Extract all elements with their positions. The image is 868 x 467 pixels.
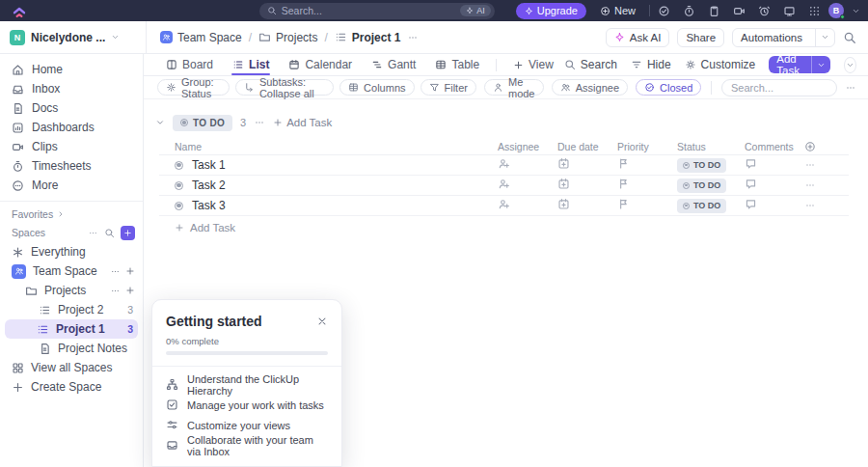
tab-list[interactable]: List [224, 54, 278, 75]
sidebar-item-team-space[interactable]: Team Space [0, 261, 143, 281]
add-space-button[interactable] [121, 226, 135, 240]
more-icon[interactable] [110, 286, 121, 296]
sidebar-item-project-2[interactable]: Project 2 3 [0, 300, 143, 319]
tab-gantt[interactable]: Gantt [363, 54, 424, 75]
column-priority[interactable]: Priority [617, 141, 677, 152]
new-button[interactable]: New [594, 5, 641, 16]
table-row[interactable]: Task 2 TO DO [159, 176, 849, 196]
tab-board[interactable]: Board [157, 54, 222, 75]
todo-check-icon[interactable] [658, 5, 670, 17]
row-menu[interactable] [804, 159, 849, 171]
due-date-cell[interactable] [557, 178, 617, 193]
automations-dropdown[interactable] [815, 29, 834, 46]
collapse-group-icon[interactable] [155, 118, 165, 127]
more-icon[interactable] [88, 228, 98, 238]
due-date-cell[interactable] [557, 157, 617, 173]
more-icon[interactable] [845, 82, 856, 94]
task-name[interactable]: Task 3 [192, 199, 226, 212]
column-name[interactable]: Name [159, 141, 498, 152]
sidebar-item-project-1[interactable]: Project 1 3 [5, 319, 138, 339]
sidebar-item-project-notes[interactable]: Project Notes [0, 339, 143, 358]
column-due-date[interactable]: Due date [557, 141, 617, 152]
search-icon[interactable] [104, 228, 115, 238]
more-icon[interactable] [110, 266, 121, 277]
due-date-cell[interactable] [557, 198, 617, 213]
priority-cell[interactable] [617, 157, 677, 173]
user-avatar[interactable]: B [828, 3, 844, 18]
priority-cell[interactable] [617, 178, 677, 193]
table-row[interactable]: Task 1 TO DO [159, 155, 849, 176]
sidebar-item-docs[interactable]: Docs [0, 98, 143, 118]
onboarding-item-inbox[interactable]: Collaborate with your team via Inbox [166, 435, 328, 455]
group-add-task-button[interactable]: Add Task [273, 117, 332, 128]
automations-main[interactable]: Automations [733, 29, 810, 46]
clipboard-icon[interactable] [708, 5, 720, 17]
screen-share-icon[interactable] [783, 5, 796, 17]
collapse-header-button[interactable] [844, 57, 856, 73]
search-in-view-button[interactable]: Search [564, 58, 617, 71]
close-icon[interactable] [316, 316, 328, 327]
ask-ai-button[interactable]: Ask AI [606, 28, 670, 47]
ai-badge[interactable]: AI [460, 5, 491, 16]
add-view-button[interactable]: View [504, 54, 562, 75]
upgrade-button[interactable]: Upgrade [516, 3, 586, 19]
closed-pill[interactable]: Closed [636, 79, 701, 96]
todo-status-icon[interactable] [175, 181, 183, 190]
onboarding-item-views[interactable]: Customize your views [166, 415, 328, 435]
favorites-section[interactable]: Favorites [0, 206, 143, 223]
row-menu[interactable] [804, 200, 849, 211]
sidebar-item-projects-folder[interactable]: Projects [0, 281, 143, 300]
me-mode-pill[interactable]: Me mode [484, 79, 544, 96]
chevron-down-icon[interactable] [852, 7, 860, 15]
plus-icon[interactable] [125, 266, 135, 276]
assignee-cell[interactable] [498, 198, 557, 213]
more-icon[interactable] [254, 117, 265, 128]
column-assignee[interactable]: Assignee [498, 141, 557, 152]
workspace-switcher[interactable]: N Nicelydone ... [0, 21, 147, 53]
global-search[interactable]: Search... AI [259, 3, 495, 19]
breadcrumb-project-1[interactable]: Project 1 [335, 31, 401, 44]
row-menu[interactable] [804, 179, 849, 191]
comments-cell[interactable] [745, 157, 804, 173]
sidebar-item-home[interactable]: Home [0, 60, 143, 79]
column-status[interactable]: Status [677, 141, 745, 152]
table-row[interactable]: Task 3 TO DO [159, 196, 849, 216]
sidebar-item-timesheets[interactable]: Timesheets [0, 156, 143, 176]
add-task-dropdown[interactable] [811, 56, 830, 73]
task-name[interactable]: Task 1 [192, 158, 226, 172]
sidebar-item-more[interactable]: More [0, 176, 143, 195]
comments-cell[interactable] [745, 178, 804, 193]
priority-cell[interactable] [617, 198, 677, 213]
todo-status-icon[interactable] [175, 202, 183, 210]
list-search-input[interactable] [721, 79, 837, 96]
hide-button[interactable]: Hide [631, 58, 671, 71]
subtasks-pill[interactable]: Subtasks: Collapse all [235, 79, 334, 96]
add-column-button[interactable] [804, 141, 849, 152]
share-button[interactable]: Share [677, 28, 724, 47]
tab-table[interactable]: Table [426, 54, 488, 75]
search-icon[interactable] [843, 31, 856, 44]
add-task-row[interactable]: Add Task [175, 216, 868, 239]
filter-pill[interactable]: Filter [420, 79, 476, 96]
comments-cell[interactable] [745, 198, 804, 213]
apps-grid-icon[interactable] [808, 5, 821, 17]
sidebar-item-dashboards[interactable]: Dashboards [0, 118, 143, 137]
sidebar-item-clips[interactable]: Clips [0, 137, 143, 156]
sidebar-item-create-space[interactable]: Create Space [0, 377, 143, 397]
breadcrumb-projects[interactable]: Projects [258, 31, 317, 44]
status-cell[interactable]: TO DO [677, 179, 745, 193]
timer-icon[interactable] [683, 5, 695, 17]
sidebar-item-everything[interactable]: Everything [0, 242, 143, 261]
onboarding-item-hierarchy[interactable]: Understand the ClickUp Hierarchy [166, 374, 328, 395]
sidebar-item-inbox[interactable]: Inbox [0, 79, 143, 98]
columns-pill[interactable]: Columns [339, 79, 414, 96]
column-comments[interactable]: Comments [745, 141, 804, 152]
more-icon[interactable] [407, 32, 419, 43]
reminder-alarm-icon[interactable] [758, 5, 771, 17]
customize-button[interactable]: Customize [685, 58, 756, 71]
status-cell[interactable]: TO DO [677, 158, 745, 173]
record-clip-icon[interactable] [733, 5, 746, 17]
todo-status-icon[interactable] [175, 161, 183, 170]
assignee-cell[interactable] [498, 157, 557, 173]
task-name[interactable]: Task 2 [192, 179, 226, 192]
